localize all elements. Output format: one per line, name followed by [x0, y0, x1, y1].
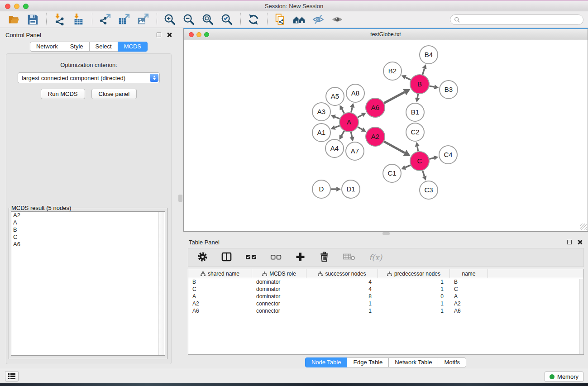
tab-mcds[interactable]: MCDS: [118, 42, 148, 52]
table-cell[interactable]: 4: [306, 286, 378, 293]
graph-edge-A-A4[interactable]: [341, 131, 344, 136]
close-panel-icon[interactable]: [167, 32, 172, 38]
divider-handle[interactable]: [178, 195, 182, 202]
zoom-selected-button[interactable]: [219, 12, 235, 27]
vertical-split-divider[interactable]: [177, 28, 183, 369]
open-session-button[interactable]: [5, 12, 22, 27]
graph-edge-B-B1[interactable]: [417, 94, 418, 98]
import-table-button[interactable]: [70, 12, 86, 27]
export-image-button[interactable]: [135, 12, 151, 27]
table-cell[interactable]: 8: [306, 293, 378, 300]
tab-edge-table[interactable]: Edge Table: [347, 357, 389, 367]
import-network-button[interactable]: [51, 12, 67, 27]
graph-edge-A-A7[interactable]: [351, 132, 352, 137]
close-window-button[interactable]: [5, 4, 10, 9]
task-history-button[interactable]: [5, 371, 19, 381]
mcds-result-item[interactable]: A6: [11, 241, 165, 248]
tab-select[interactable]: Select: [89, 42, 118, 52]
save-session-button[interactable]: [24, 12, 41, 27]
table-cell[interactable]: dominator: [252, 293, 306, 300]
zoom-in-button[interactable]: [162, 12, 178, 27]
zoom-network-button[interactable]: [204, 32, 209, 37]
graph-edge-C-C3[interactable]: [423, 171, 425, 176]
show-graphics-details-button[interactable]: [329, 12, 345, 27]
graph-edge-B-B2[interactable]: [406, 77, 411, 80]
table-cell[interactable]: B: [450, 278, 488, 286]
graph-edge-B-B3[interactable]: [430, 86, 435, 87]
minimize-network-button[interactable]: [196, 32, 201, 37]
mcds-result-item[interactable]: A: [11, 219, 165, 226]
column-header-predecessor-nodes[interactable]: predecessor nodes: [378, 269, 450, 278]
close-network-button[interactable]: [189, 32, 194, 37]
resize-grip[interactable]: [580, 224, 587, 230]
search-input[interactable]: [460, 16, 579, 23]
run-mcds-button[interactable]: Run MCDS: [41, 89, 85, 99]
tab-motifs[interactable]: Motifs: [438, 357, 466, 367]
table-scrollbar[interactable]: [579, 279, 583, 354]
network-canvas[interactable]: B4B2B3A8A5B1A3A1C2A4A7C4C1C3DD1BA6AA2C: [184, 40, 588, 231]
graph-edge-A-A5[interactable]: [342, 109, 344, 114]
graph-edge-B-B4[interactable]: [422, 68, 424, 75]
table-cell[interactable]: 1: [378, 278, 450, 286]
column-header-mcds-role[interactable]: MCDS role: [252, 269, 306, 278]
table-cell[interactable]: dominator: [252, 278, 306, 286]
copy-network-button[interactable]: [272, 12, 288, 27]
mcds-result-item[interactable]: C: [11, 234, 165, 241]
graph-edge-A-A8[interactable]: [351, 107, 352, 112]
graph-edge-A2-C[interactable]: [384, 142, 405, 153]
tab-network[interactable]: Network: [30, 42, 64, 52]
mcds-result-item[interactable]: A2: [11, 212, 165, 219]
tab-network-table[interactable]: Network Table: [388, 357, 438, 367]
table-cell[interactable]: connector: [252, 300, 306, 307]
mcds-result-item[interactable]: B: [11, 226, 165, 234]
graph-edge-A-A1[interactable]: [335, 126, 340, 128]
graph-edge-A-A3[interactable]: [335, 117, 340, 119]
table-cell[interactable]: dominator: [252, 286, 306, 293]
table-cell[interactable]: B: [188, 278, 252, 286]
graph-edge-C-C2[interactable]: [417, 146, 418, 151]
refresh-layout-button[interactable]: [245, 12, 262, 27]
table-cell[interactable]: C: [450, 286, 488, 293]
graph-edge-A6-B[interactable]: [384, 92, 404, 103]
table-cell[interactable]: A2: [188, 300, 252, 307]
close-panel-button[interactable]: Close panel: [91, 89, 137, 99]
export-network-button[interactable]: [97, 12, 113, 27]
close-panel-icon[interactable]: [577, 239, 583, 245]
table-cell[interactable]: A2: [450, 300, 488, 307]
export-table-button[interactable]: [116, 12, 132, 27]
memory-button[interactable]: Memory: [545, 372, 583, 382]
column-header-name[interactable]: name: [450, 269, 488, 278]
delete-column-button[interactable]: [319, 252, 330, 264]
tab-node-table[interactable]: Node Table: [305, 357, 348, 367]
table-cell[interactable]: 1: [378, 286, 450, 293]
list-scrollbar[interactable]: [158, 212, 164, 355]
table-cell[interactable]: C: [188, 286, 252, 293]
table-cell[interactable]: 1: [306, 300, 378, 307]
graph-edge-C-C4[interactable]: [429, 158, 434, 159]
table-cell[interactable]: A: [188, 293, 252, 300]
show-all-networks-button[interactable]: [291, 12, 307, 27]
select-all-columns-button[interactable]: [245, 252, 257, 264]
table-cell[interactable]: 1: [378, 307, 450, 315]
divider-handle[interactable]: [382, 232, 390, 235]
table-cell[interactable]: 4: [306, 278, 378, 286]
table-cell[interactable]: 1: [306, 307, 378, 315]
zoom-fit-button[interactable]: [200, 12, 216, 27]
delete-table-button[interactable]: [343, 252, 355, 263]
float-panel-icon[interactable]: [567, 240, 572, 244]
graph-edge-A-A6[interactable]: [358, 115, 362, 117]
graph-edge-A-A2[interactable]: [358, 127, 362, 129]
table-cell[interactable]: connector: [252, 307, 306, 315]
column-header-successor-nodes[interactable]: successor nodes: [306, 269, 378, 278]
add-column-button[interactable]: [295, 252, 306, 264]
criterion-select[interactable]: largest connected component (directed): [18, 72, 160, 83]
minimize-window-button[interactable]: [14, 4, 19, 9]
table-cell[interactable]: A: [450, 293, 488, 300]
column-header-shared-name[interactable]: shared name: [188, 269, 252, 278]
zoom-out-button[interactable]: [181, 12, 197, 27]
function-builder-button[interactable]: f(x): [369, 253, 382, 262]
tab-style[interactable]: Style: [64, 42, 90, 52]
float-panel-icon[interactable]: [157, 33, 161, 37]
table-settings-button[interactable]: [197, 252, 208, 264]
graph-edge-C-C1[interactable]: [405, 165, 411, 167]
